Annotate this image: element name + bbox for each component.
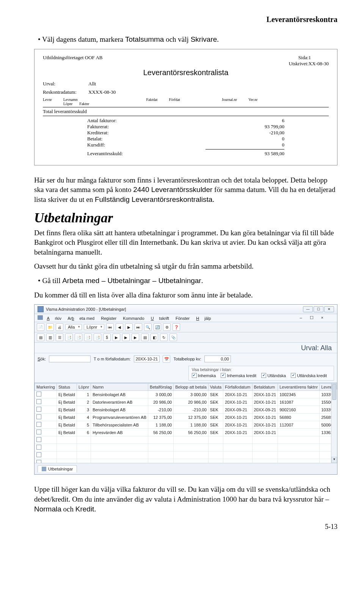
filter-dropdown-1[interactable]: Alla (65, 324, 82, 330)
cell-forfallo: 20XX-10-21 (223, 429, 252, 436)
toolbar-button[interactable]: 🔍 (144, 323, 152, 331)
menu-arbeta-med[interactable]: Arbeta med (67, 316, 94, 321)
nav-prev-icon[interactable]: ◀ (116, 323, 123, 331)
toolbar-button[interactable]: 📑 (84, 334, 92, 341)
table-row[interactable]: Ej Betald1Bensinbolaget AB3 000,003 000,… (35, 391, 337, 398)
toolbar-button[interactable]: ▶ (113, 334, 120, 341)
nav-last-icon[interactable]: ⏭ (135, 323, 142, 331)
data-grid[interactable]: Markering Status Löpnr Namn Betalförslag… (35, 383, 337, 463)
toolbar-button[interactable]: ☰ (56, 334, 63, 341)
cell-markering[interactable] (35, 421, 57, 429)
cb-inhemska[interactable]: Inhemska (192, 373, 216, 378)
app-menu-icon[interactable] (38, 315, 43, 320)
cell-forfallo: 20XX-10-21 (223, 414, 252, 421)
menu-utskrift[interactable]: Utskrift (151, 316, 169, 321)
sida-value: 1 (309, 55, 311, 61)
cell-namn: Hyresvärden AB (91, 429, 148, 436)
cell-status: Ej Betald (56, 421, 77, 429)
toolbar-button[interactable]: ↻ (160, 334, 168, 341)
cb-inhemska-kredit[interactable]: Inhemska kredit (221, 373, 256, 378)
col-faktnr: Faktnr (79, 102, 89, 106)
minimize-button[interactable]: — (303, 306, 313, 312)
mdi-minimize-icon[interactable]: – (300, 315, 302, 320)
menu-arkiv[interactable]: AArkivrkiv (47, 316, 61, 321)
paragraph-1: Här ser du hur många fakturor som finns … (34, 175, 337, 205)
col-forfallo[interactable]: Förfallodatum (223, 384, 252, 391)
cell-namn: Datorleverantören AB (91, 398, 148, 406)
toolbar-button[interactable]: 📑 (94, 334, 101, 341)
toolbar-button[interactable]: 📑 (75, 334, 82, 341)
menu-register[interactable]: Register (101, 316, 116, 321)
company-name: Utbildningsföretaget OOF AB (43, 55, 102, 67)
cell-markering[interactable] (35, 391, 57, 398)
sida-label: Sida: (263, 55, 309, 61)
cell-markering[interactable] (35, 406, 57, 414)
table-row[interactable]: Ej Betald3Bensinbolaget AB-210,00-210,00… (35, 406, 337, 414)
paragraph-4: Du kommer då till en lista över alla din… (34, 290, 337, 300)
toolbar-button[interactable]: ▶ (122, 334, 130, 341)
fakturerat-label: Fakturerat: (87, 124, 178, 130)
filter-dropdown-2[interactable]: Löpnr (84, 324, 104, 330)
toolbar-button[interactable]: 🖨 (56, 323, 63, 331)
toolbar-button[interactable]: 📄 (37, 323, 44, 331)
cell-markering[interactable] (35, 429, 57, 436)
col-betaldatum[interactable]: Betaldatum (252, 384, 278, 391)
col-lopnr[interactable]: Löpnr (77, 384, 91, 391)
col-namn[interactable]: Namn (91, 384, 148, 391)
text: . (94, 505, 96, 513)
cell-betalforslag: 3 000,00 (148, 391, 174, 398)
cell-namn: Bensinbolaget AB (91, 391, 148, 398)
cell-markering[interactable] (35, 398, 57, 406)
totalbelopp-input[interactable]: 0,00 (204, 356, 231, 362)
sok-input[interactable] (49, 356, 91, 362)
menu-fonster[interactable]: Fönster (176, 316, 190, 321)
close-button[interactable]: ✕ (324, 306, 334, 312)
toolbar-button[interactable]: 📑 (65, 334, 73, 341)
toolbar-button[interactable]: ◧ (151, 334, 158, 341)
toolbar-button[interactable]: ▶ (132, 334, 139, 341)
toolbar-button[interactable]: 🔄 (154, 323, 161, 331)
col-betalforslag[interactable]: Betalförslag (148, 384, 174, 391)
toolbar-button[interactable]: 📁 (46, 323, 54, 331)
col-markering[interactable]: Markering (35, 384, 57, 391)
toolbar-button[interactable]: $ (103, 334, 111, 341)
scroll-thumb[interactable] (332, 384, 336, 400)
cell-levfaktnr: 161087 (278, 398, 320, 406)
toolbar-button[interactable]: ▥ (46, 334, 54, 341)
toolbar-button[interactable]: 📎 (169, 334, 177, 341)
toolbar-button[interactable]: ⚙ (163, 323, 171, 331)
toolbar-1: 📄 📁 🖨 Alla Löpnr ⏮ ◀ ▶ ⏭ 🔍 🔄 ⚙ ❓ (35, 322, 337, 332)
cell-markering[interactable] (35, 414, 57, 421)
cell-valuta: SEK (208, 406, 223, 414)
tab-utbetalningar[interactable]: Utbetalningar (38, 465, 77, 472)
table-row[interactable]: Ej Betald5Tillbehörsspecialisten AB1 188… (35, 421, 337, 429)
nav-first-icon[interactable]: ⏮ (106, 323, 114, 331)
toolbar-button[interactable]: ▤ (141, 334, 149, 341)
cell-betaldatum: 20XX-10-21 (252, 421, 278, 429)
cb-utlandska-kredit[interactable]: Utländska kredit (291, 373, 327, 378)
table-row-empty (35, 452, 337, 459)
cell-betaldatum: 20XX-10-21 (252, 414, 278, 421)
cb-utlandska[interactable]: Utländska (261, 373, 286, 378)
mdi-close-icon[interactable]: × (321, 315, 323, 320)
table-row[interactable]: Ej Betald4Programvaruleverantören AB12 3… (35, 414, 337, 421)
table-row-empty (35, 459, 337, 463)
col-valuta[interactable]: Valuta (208, 384, 223, 391)
table-row[interactable]: Ej Betald6Hyresvärden AB56 250,0056 250,… (35, 429, 337, 436)
mdi-restore-icon[interactable]: ☐ (310, 315, 314, 320)
toolbar-button[interactable]: ▤ (37, 334, 44, 341)
scroll-down-icon[interactable]: ▼ (331, 457, 337, 463)
calendar-icon[interactable]: 📅 (163, 355, 170, 363)
utskrivet-label: Utskrivet: (263, 61, 309, 67)
col-levfaktnr[interactable]: Leverantörens faktnr (278, 384, 320, 391)
maximize-button[interactable]: ☐ (314, 306, 323, 312)
menu-kommando[interactable]: Kommando (123, 316, 144, 321)
nav-next-icon[interactable]: ▶ (125, 323, 133, 331)
vertical-scrollbar[interactable]: ▲ ▼ (331, 383, 337, 463)
menu-hjalp[interactable]: Hjälp (196, 316, 211, 321)
forfallodatum-input[interactable]: 20XX-10-21 (134, 356, 160, 362)
col-belopp[interactable]: Belopp att betala (174, 384, 209, 391)
toolbar-button[interactable]: ❓ (173, 323, 180, 331)
table-row[interactable]: Ej Betald2Datorleverantören AB20 986,002… (35, 398, 337, 406)
col-status[interactable]: Status (56, 384, 77, 391)
